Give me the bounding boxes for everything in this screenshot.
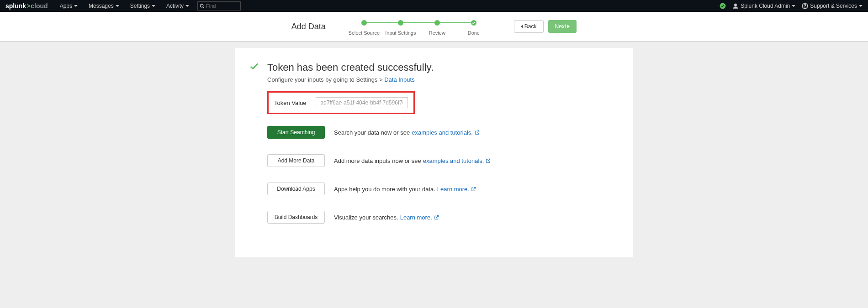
success-check-icon xyxy=(249,62,259,73)
action-desc-prefix: Apps help you do more with your data. xyxy=(334,186,435,193)
step-dot-icon xyxy=(361,20,367,26)
step-label: Done xyxy=(468,30,480,36)
action-link[interactable]: examples and tutorials. xyxy=(412,129,473,136)
svg-line-1 xyxy=(203,6,204,8)
step-select-source: Select Source xyxy=(346,17,382,36)
action-row: Download AppsApps help you do more with … xyxy=(267,183,619,195)
search-icon xyxy=(200,4,205,9)
user-menu[interactable]: Splunk Cloud Admin xyxy=(732,0,795,12)
nav-messages-label: Messages xyxy=(89,3,114,9)
next-button[interactable]: Next xyxy=(548,20,577,33)
token-value-highlight: Token Value xyxy=(267,91,415,114)
nav-settings[interactable]: Settings xyxy=(125,0,161,12)
external-link-icon xyxy=(486,158,491,163)
nav-activity[interactable]: Activity xyxy=(161,0,195,12)
next-label: Next xyxy=(555,23,566,30)
nav-activity-label: Activity xyxy=(166,3,184,9)
action-button-start-searching[interactable]: Start Searching xyxy=(267,126,325,139)
chevron-right-icon xyxy=(567,25,570,28)
help-icon xyxy=(802,3,808,9)
content-card: Token has been created successfully. Con… xyxy=(235,48,633,257)
external-link-icon xyxy=(434,215,439,220)
token-value-input[interactable] xyxy=(316,97,408,108)
caret-down-icon xyxy=(859,5,863,7)
action-description: Add more data inputs now or see examples… xyxy=(334,157,491,164)
caret-down-icon xyxy=(792,5,795,7)
caret-down-icon xyxy=(74,5,78,7)
step-line xyxy=(437,22,474,23)
user-label: Splunk Cloud Admin xyxy=(741,3,790,9)
success-subtitle: Configure your inputs by going to Settin… xyxy=(267,76,434,83)
step-line xyxy=(401,22,437,23)
search-input[interactable] xyxy=(206,3,236,9)
caret-down-icon xyxy=(185,5,189,7)
action-button-download-apps[interactable]: Download Apps xyxy=(267,183,325,195)
logo-chevron-icon: > xyxy=(26,2,30,10)
success-title: Token has been created successfully. xyxy=(267,62,434,73)
success-sub-prefix: Configure your inputs by going to Settin… xyxy=(267,76,384,83)
step-label: Input Settings xyxy=(385,30,416,36)
content-wrap: Token has been created successfully. Con… xyxy=(0,42,868,257)
support-label: Support & Services xyxy=(810,3,857,9)
search-box[interactable] xyxy=(197,1,241,10)
back-button[interactable]: Back xyxy=(514,20,544,33)
step-dot-icon xyxy=(398,20,403,26)
chevron-left-icon xyxy=(521,25,523,28)
status-ok-icon[interactable] xyxy=(720,3,726,9)
caret-down-icon xyxy=(116,5,119,7)
wizard-buttons: Back Next xyxy=(514,20,577,33)
external-link-icon xyxy=(475,130,480,135)
back-label: Back xyxy=(524,23,537,30)
step-dot-icon xyxy=(434,20,440,26)
action-description: Search your data now or see examples and… xyxy=(334,129,480,136)
action-link[interactable]: examples and tutorials. xyxy=(423,157,484,164)
wizard-bar: Add Data Select Source Input Settings Re… xyxy=(0,12,868,42)
action-description: Visualize your searches. Learn more. xyxy=(334,214,439,221)
wizard-inner: Add Data Select Source Input Settings Re… xyxy=(291,17,577,36)
action-desc-prefix: Visualize your searches. xyxy=(334,214,398,221)
action-description: Apps help you do more with your data. Le… xyxy=(334,186,476,193)
support-menu[interactable]: Support & Services xyxy=(802,0,863,12)
step-done-icon xyxy=(471,20,476,26)
step-review: Review xyxy=(419,17,455,36)
svg-point-5 xyxy=(805,7,805,8)
svg-point-3 xyxy=(734,4,737,6)
topnav-left: splunk>cloud Apps Messages Settings Acti… xyxy=(5,0,241,12)
nav-messages[interactable]: Messages xyxy=(83,0,125,12)
nav-apps[interactable]: Apps xyxy=(54,0,83,12)
topnav-right: Splunk Cloud Admin Support & Services xyxy=(720,0,863,12)
success-header: Token has been created successfully. Con… xyxy=(249,62,619,83)
action-desc-prefix: Search your data now or see xyxy=(334,129,410,136)
caret-down-icon xyxy=(152,5,155,7)
action-button-build-dashboards[interactable]: Build Dashboards xyxy=(267,211,325,224)
action-link[interactable]: Learn more. xyxy=(400,214,432,221)
data-inputs-link[interactable]: Data Inputs xyxy=(384,76,415,83)
user-icon xyxy=(732,3,739,9)
action-row: Start SearchingSearch your data now or s… xyxy=(267,126,619,139)
logo[interactable]: splunk>cloud xyxy=(5,2,48,10)
svg-point-0 xyxy=(200,4,203,7)
action-button-add-more-data[interactable]: Add More Data xyxy=(267,154,325,167)
token-label: Token Value xyxy=(274,99,307,106)
logo-text-2: cloud xyxy=(31,2,48,10)
action-desc-prefix: Add more data inputs now or see xyxy=(334,157,421,164)
external-link-icon xyxy=(471,187,476,192)
wizard-steps: Select Source Input Settings Review Done xyxy=(346,17,492,36)
step-label: Select Source xyxy=(349,30,380,36)
action-row: Build DashboardsVisualize your searches.… xyxy=(267,211,619,224)
step-done: Done xyxy=(455,17,492,36)
logo-text-1: splunk xyxy=(5,2,26,10)
step-label: Review xyxy=(429,30,445,36)
wizard-title: Add Data xyxy=(291,22,326,31)
action-row: Add More DataAdd more data inputs now or… xyxy=(267,154,619,167)
top-navigation: splunk>cloud Apps Messages Settings Acti… xyxy=(0,0,868,12)
step-input-settings: Input Settings xyxy=(382,17,419,36)
nav-settings-label: Settings xyxy=(130,3,150,9)
action-link[interactable]: Learn more. xyxy=(437,186,469,193)
step-line xyxy=(364,22,401,23)
nav-apps-label: Apps xyxy=(60,3,72,9)
